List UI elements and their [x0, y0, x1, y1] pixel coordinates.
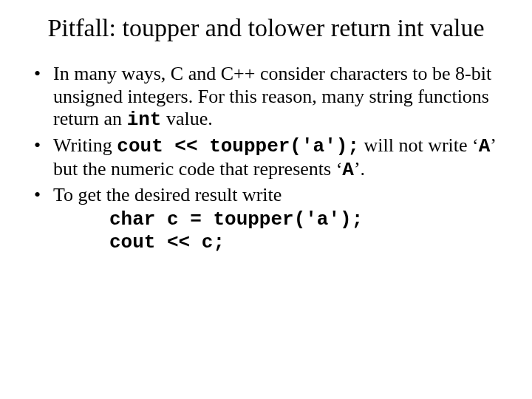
slide: Pitfall: toupper and tolower return int …	[0, 0, 532, 399]
bullet-list: In many ways, C and C++ consider charact…	[28, 63, 504, 253]
bullet-2-code-cout: cout << toupper('a');	[117, 135, 359, 157]
bullet-2-text-mid: will not write ‘	[359, 134, 479, 156]
code-block: char c = toupper('a'); cout << c;	[109, 208, 497, 253]
bullet-2-A2: A	[342, 159, 354, 181]
bullet-3-text: To get the desired result write	[53, 184, 282, 205]
code-line-1: char c = toupper('a');	[109, 208, 363, 231]
bullet-1-code-int: int	[127, 109, 162, 131]
code-line-2: cout << c;	[109, 231, 225, 253]
bullet-1-text-post: value.	[161, 108, 212, 129]
bullet-2: Writing cout << toupper('a'); will not w…	[33, 134, 497, 181]
slide-title: Pitfall: toupper and tolower return int …	[28, 13, 504, 42]
bullet-1: In many ways, C and C++ consider charact…	[33, 63, 497, 132]
bullet-1-text-pre: In many ways, C and C++ consider charact…	[53, 63, 491, 129]
bullet-3: To get the desired result write char c =…	[33, 184, 497, 253]
bullet-2-A1: A	[479, 135, 491, 157]
bullet-2-text-post: ’.	[354, 158, 365, 180]
bullet-2-text-pre: Writing	[53, 134, 117, 156]
